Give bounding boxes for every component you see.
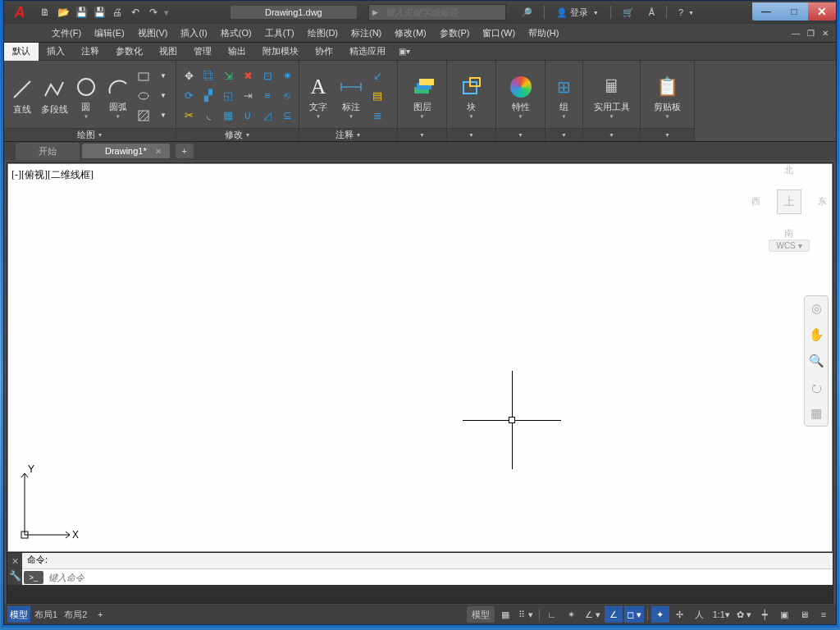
mdi-close-icon[interactable]: ✕ — [819, 29, 831, 38]
cart-icon[interactable]: 🛒 — [619, 4, 637, 21]
btn-offset-icon[interactable]: ⊡ — [258, 67, 276, 85]
cmd-palette-handle[interactable]: ✕🔧 — [7, 553, 22, 585]
status-cleanscreen-icon[interactable]: ≡ — [815, 606, 833, 623]
qat-dropdown-icon[interactable]: ▾ — [163, 7, 170, 18]
menu-edit[interactable]: 编辑(E) — [88, 25, 131, 42]
menu-modify[interactable]: 修改(M) — [388, 25, 433, 42]
search-binoculars-icon[interactable]: 🔎 — [518, 4, 536, 21]
status-modelspace[interactable]: 模型 — [467, 606, 495, 623]
nav-orbit-icon[interactable]: ⭮ — [807, 378, 825, 396]
file-tab-drawing1[interactable]: Drawing1*✕ — [82, 144, 170, 158]
status-polar-icon[interactable]: ✴ — [563, 606, 581, 623]
btn-chamfer-icon[interactable]: ◿ — [258, 107, 276, 125]
file-tab-new[interactable]: + — [176, 144, 194, 158]
btn-trim-icon[interactable]: ✂ — [180, 107, 198, 125]
layouttab-layout1[interactable]: 布局1 — [32, 606, 60, 623]
btn-extend-icon[interactable]: ⇥ — [239, 87, 257, 105]
viewcube-north[interactable]: 北 — [784, 164, 793, 176]
btn-circle[interactable]: 圆▼ — [71, 73, 102, 119]
status-isodraft-icon[interactable]: ∠ ▾ — [582, 606, 603, 623]
btn-modify-more-icon[interactable]: ⊆ — [278, 107, 296, 125]
menu-insert[interactable]: 插入(I) — [174, 25, 213, 42]
status-ortho-icon[interactable]: ∟ — [543, 606, 561, 623]
btn-stretch-icon[interactable]: ⇲ — [219, 67, 237, 85]
infocenter-search[interactable]: ▶ — [368, 4, 506, 21]
application-menu-button[interactable]: A — [7, 2, 30, 22]
viewcube[interactable]: 北 南 西 东 上 WCS ▾ — [751, 169, 827, 252]
btn-mtext-icon[interactable]: ≣ — [368, 107, 386, 125]
search-go-icon[interactable]: ▶ — [369, 8, 382, 16]
status-annomonitor-icon[interactable]: ┿ — [756, 606, 774, 623]
ribbontab-addins[interactable]: 附加模块 — [254, 42, 307, 61]
viewcube-wcs-dropdown[interactable]: WCS ▾ — [769, 240, 809, 252]
nav-pan-icon[interactable]: ✋ — [807, 326, 825, 344]
btn-copy-icon[interactable]: ⿻ — [199, 67, 217, 85]
btn-text[interactable]: A文字▼ — [303, 73, 334, 119]
btn-group[interactable]: ⊞组▼ — [550, 73, 578, 119]
menu-view[interactable]: 视图(V) — [131, 25, 175, 42]
btn-leader-icon[interactable]: ↙ — [368, 67, 386, 85]
drawing-canvas[interactable]: [-][俯视][二维线框] X Y 北 南 西 东 上 — [7, 163, 833, 552]
status-annoscale-icon[interactable]: 1:1 ▾ — [710, 606, 733, 623]
ribbontab-featured[interactable]: 精选应用 — [341, 42, 394, 61]
signin-button[interactable]: 👤登录▼ — [553, 4, 602, 21]
menu-draw[interactable]: 绘图(D) — [301, 25, 345, 42]
btn-fillet-icon[interactable]: ◟ — [199, 107, 217, 125]
btn-hatch-icon[interactable] — [135, 107, 153, 125]
mdi-restore-icon[interactable]: ❐ — [805, 29, 816, 38]
status-snapmode-icon[interactable]: ⠿ ▾ — [516, 606, 535, 623]
layouttab-model[interactable]: 模型 — [7, 606, 30, 623]
btn-table-icon[interactable]: ▤ — [368, 87, 386, 105]
navigation-bar[interactable]: ◎ ✋ 🔍 ⭮ ▦ — [804, 295, 829, 427]
status-lineweight-icon[interactable]: ✢ — [671, 606, 689, 623]
viewcube-top-face[interactable]: 上 — [777, 189, 801, 214]
btn-mirror-icon[interactable]: ▞ — [199, 87, 217, 105]
menu-tools[interactable]: 工具(T) — [258, 25, 301, 42]
btn-clipboard[interactable]: 📋剪贴板▼ — [646, 73, 689, 119]
panel-draw-title[interactable]: 绘图▼ — [4, 128, 176, 141]
btn-rotate-icon[interactable]: ⟳ — [180, 87, 198, 105]
qat-open-icon[interactable]: 📂 — [55, 4, 71, 21]
nav-fullnav-icon[interactable]: ◎ — [807, 299, 825, 317]
btn-ellipse-icon[interactable] — [135, 87, 153, 105]
ribbontab-insert[interactable]: 插入 — [39, 42, 73, 61]
viewcube-south[interactable]: 南 — [784, 227, 793, 240]
nav-zoom-icon[interactable]: 🔍 — [807, 352, 825, 370]
panel-groups-title[interactable]: ▼ — [546, 128, 582, 141]
ribbon-collapse-icon[interactable]: ▣▾ — [399, 47, 410, 56]
draw-dd1-icon[interactable]: ▼ — [154, 67, 172, 85]
btn-align-icon[interactable]: ≡ — [258, 87, 276, 105]
viewport-label[interactable]: [-][俯视][二维线框] — [11, 168, 94, 182]
status-osnap-icon[interactable]: ∠ — [605, 606, 623, 623]
viewcube-east[interactable]: 东 — [818, 195, 827, 208]
file-tab-start[interactable]: 开始 — [16, 143, 80, 160]
btn-erase-icon[interactable]: ✖ — [239, 67, 257, 85]
draw-dd2-icon[interactable]: ▼ — [154, 87, 172, 105]
btn-utilities[interactable]: 🖩实用工具▼ — [589, 73, 635, 119]
status-transparency-icon[interactable]: 人 — [691, 606, 709, 623]
btn-properties[interactable]: 特性▼ — [505, 73, 536, 119]
ribbontab-default[interactable]: 默认 — [4, 42, 39, 61]
qat-print-icon[interactable]: 🖨 — [109, 4, 126, 21]
menu-format[interactable]: 格式(O) — [214, 25, 258, 42]
panel-block-title[interactable]: ▼ — [447, 128, 495, 141]
btn-explode-icon[interactable]: ✷ — [278, 67, 296, 85]
btn-polyline[interactable]: 多段线 — [39, 75, 70, 116]
menu-parametric[interactable]: 参数(P) — [433, 25, 477, 42]
menu-window[interactable]: 窗口(W) — [476, 25, 522, 42]
status-grid-icon[interactable]: ▦ — [496, 606, 514, 623]
nav-showmotion-icon[interactable]: ▦ — [807, 404, 825, 422]
panel-annot-title[interactable]: 注释▼ — [299, 128, 397, 141]
btn-rectangle-icon[interactable] — [135, 67, 153, 85]
qat-undo-icon[interactable]: ↶ — [127, 4, 144, 21]
menu-dimension[interactable]: 标注(N) — [345, 25, 388, 42]
cmd-input[interactable] — [43, 573, 833, 582]
btn-arc[interactable]: 圆弧▼ — [103, 73, 133, 119]
draw-dd3-icon[interactable]: ▼ — [154, 107, 172, 125]
ribbontab-view[interactable]: 视图 — [151, 42, 185, 61]
ribbontab-parametric[interactable]: 参数化 — [107, 42, 151, 61]
search-input[interactable] — [382, 7, 505, 17]
btn-move-icon[interactable]: ✥ — [180, 67, 198, 85]
cmd-customize-icon[interactable]: 🔧 — [9, 570, 21, 582]
panel-layers-title[interactable]: ▼ — [398, 128, 446, 141]
